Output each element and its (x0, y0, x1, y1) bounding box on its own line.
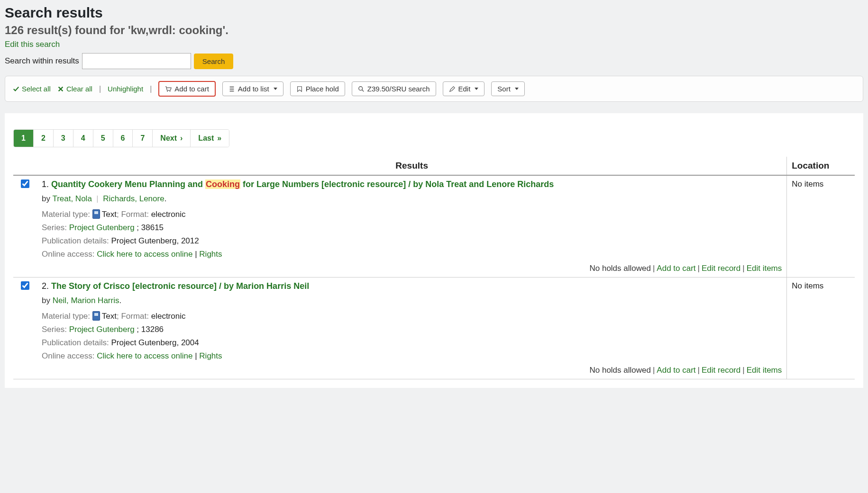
result-number: 1. (42, 179, 51, 189)
location-cell: No items (787, 278, 855, 379)
rights-link[interactable]: Rights (199, 250, 222, 259)
page-7[interactable]: 7 (133, 130, 153, 147)
chevron-right-icon: › (180, 134, 183, 143)
online-access-label: Online access: (42, 250, 97, 259)
place-hold-button[interactable]: Place hold (290, 81, 345, 96)
row-edit-record-link[interactable]: Edit record (702, 366, 740, 375)
publication-value: Project Gutenberg, 2012 (111, 236, 199, 245)
edit-search-link[interactable]: Edit this search (5, 40, 60, 49)
publication-label: Publication details: (42, 236, 111, 245)
col-location-header: Location (787, 157, 855, 175)
page-title: Search results (5, 5, 863, 21)
search-within-row: Search within results Search (5, 53, 863, 69)
pencil-icon (449, 86, 456, 92)
unhighlight-link[interactable]: Unhighlight (108, 85, 143, 93)
add-to-list-button[interactable]: Add to list (222, 81, 283, 96)
result-count-summary: 126 result(s) found for 'kw,wrdl: cookin… (5, 24, 863, 37)
publication-value: Project Gutenberg, 2004 (111, 338, 199, 347)
book-icon (92, 209, 100, 219)
book-icon (92, 311, 100, 321)
author-link[interactable]: Richards, Lenore (103, 194, 164, 203)
bookmark-icon (296, 86, 303, 92)
format-value: electronic (151, 210, 186, 219)
series-link[interactable]: Project Gutenberg (69, 325, 135, 334)
page-next[interactable]: Next› (153, 130, 191, 147)
format-label: Format: (121, 210, 151, 219)
online-access-link[interactable]: Click here to access online (97, 351, 192, 360)
publication-label: Publication details: (42, 338, 111, 347)
row-checkbox[interactable] (21, 281, 29, 290)
page-6[interactable]: 6 (113, 130, 133, 147)
search-button[interactable]: Search (194, 54, 234, 69)
add-to-cart-button[interactable]: Add to cart (158, 81, 216, 97)
z3950-search-button[interactable]: Z39.50/SRU search (352, 81, 436, 96)
cart-icon (165, 86, 172, 92)
material-type-value: Text (102, 210, 117, 219)
result-row: 2. The Story of Crisco [electronic resou… (13, 278, 855, 379)
page-3[interactable]: 3 (54, 130, 73, 147)
clear-all-link[interactable]: Clear all (57, 85, 92, 93)
search-within-label: Search within results (5, 56, 79, 66)
location-cell: No items (787, 175, 855, 278)
material-type-value: Text (102, 312, 117, 321)
results-panel: 1234567Next›Last» Results Location 1. Qu… (5, 113, 863, 388)
row-add-to-cart-link[interactable]: Add to cart (657, 264, 695, 273)
result-title-link[interactable]: Quantity Cookery Menu Planning and Cooki… (51, 179, 554, 189)
col-check (13, 157, 37, 175)
chevron-down-icon (475, 88, 478, 90)
series-link[interactable]: Project Gutenberg (69, 223, 135, 232)
series-number: ; 13286 (137, 325, 164, 334)
online-access-label: Online access: (42, 351, 97, 360)
by-label: by (42, 296, 53, 305)
series-number: ; 38615 (137, 223, 164, 232)
page-1[interactable]: 1 (14, 130, 34, 147)
no-holds-text: No holds allowed (589, 366, 650, 375)
series-label: Series: (42, 325, 69, 334)
format-label: Format: (121, 312, 151, 321)
row-add-to-cart-link[interactable]: Add to cart (657, 366, 695, 375)
row-edit-record-link[interactable]: Edit record (702, 264, 740, 273)
rights-link[interactable]: Rights (199, 351, 222, 360)
no-holds-text: No holds allowed (589, 264, 650, 273)
author-link[interactable]: Neil, Marion Harris (53, 296, 119, 305)
result-title-link[interactable]: The Story of Crisco [electronic resource… (51, 281, 309, 291)
x-icon (57, 86, 64, 92)
list-icon (228, 86, 235, 92)
chevron-double-right-icon: » (217, 134, 221, 143)
separator: | (150, 85, 152, 93)
search-icon (358, 86, 365, 92)
separator: | (99, 85, 101, 93)
check-icon (13, 86, 19, 92)
select-all-link[interactable]: Select all (13, 85, 51, 93)
page-last[interactable]: Last» (191, 130, 229, 147)
row-edit-items-link[interactable]: Edit items (747, 366, 782, 375)
author-link[interactable]: Treat, Nola (52, 194, 91, 203)
svg-point-0 (167, 90, 168, 91)
page-2[interactable]: 2 (34, 130, 54, 147)
by-label: by (42, 194, 52, 203)
material-type-label: Material type: (42, 210, 92, 219)
svg-point-2 (359, 86, 363, 90)
search-within-input[interactable] (82, 53, 191, 69)
result-row: 1. Quantity Cookery Menu Planning and Co… (13, 175, 855, 278)
chevron-down-icon (274, 88, 277, 90)
chevron-down-icon (515, 88, 519, 90)
result-number: 2. (42, 281, 51, 291)
results-toolbar: Select all Clear all | Unhighlight | Add… (5, 76, 863, 102)
row-edit-items-link[interactable]: Edit items (747, 264, 782, 273)
format-value: electronic (151, 312, 186, 321)
page-5[interactable]: 5 (93, 130, 113, 147)
sort-button[interactable]: Sort (491, 81, 525, 96)
edit-button[interactable]: Edit (443, 81, 485, 96)
material-type-label: Material type: (42, 312, 92, 321)
online-access-link[interactable]: Click here to access online (97, 250, 192, 259)
page-4[interactable]: 4 (73, 130, 93, 147)
col-results-header: Results (37, 157, 787, 175)
row-checkbox[interactable] (21, 179, 29, 188)
pagination: 1234567Next›Last» (13, 129, 229, 147)
highlight-term: Cooking (205, 179, 240, 189)
results-table: Results Location 1. Quantity Cookery Men… (13, 157, 855, 379)
svg-point-1 (170, 90, 171, 91)
series-label: Series: (42, 223, 69, 232)
